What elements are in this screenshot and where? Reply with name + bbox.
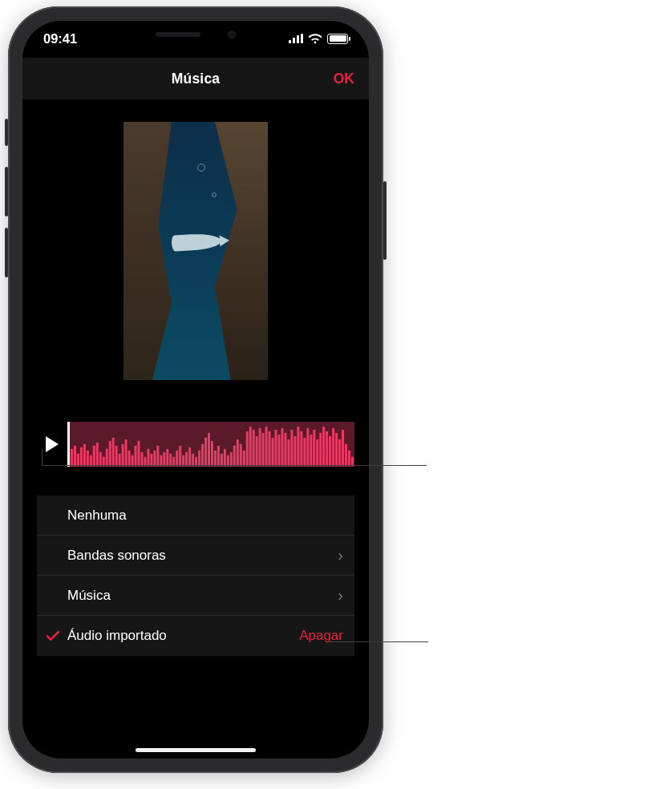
svg-rect-72	[297, 427, 299, 467]
svg-rect-70	[290, 430, 293, 467]
option-none-label: Nenhuma	[67, 508, 343, 524]
svg-rect-21	[135, 446, 137, 467]
svg-rect-84	[335, 433, 338, 467]
svg-rect-69	[287, 439, 289, 467]
home-indicator[interactable]	[136, 748, 256, 752]
video-thumbnail[interactable]	[123, 122, 268, 380]
svg-rect-28	[156, 446, 159, 467]
svg-rect-57	[249, 427, 252, 467]
svg-rect-31	[166, 449, 168, 467]
svg-rect-4	[80, 447, 83, 467]
svg-rect-22	[138, 441, 140, 467]
svg-rect-45	[211, 441, 213, 467]
svg-rect-61	[262, 433, 265, 467]
svg-rect-47	[217, 446, 220, 467]
svg-rect-23	[140, 452, 143, 467]
side-power-button	[383, 181, 387, 260]
option-music[interactable]: Música ›	[37, 576, 354, 616]
svg-rect-83	[332, 428, 334, 467]
svg-rect-44	[208, 433, 210, 467]
svg-rect-46	[214, 451, 217, 467]
volume-down-button	[5, 228, 8, 277]
svg-rect-37	[185, 452, 188, 467]
title-bar: Música OK	[22, 58, 369, 99]
notch	[103, 21, 288, 48]
cellular-signal-icon	[289, 34, 303, 43]
svg-rect-64	[272, 438, 274, 467]
svg-rect-34	[176, 451, 178, 467]
svg-rect-58	[253, 430, 255, 467]
svg-rect-35	[179, 446, 181, 467]
svg-rect-41	[198, 451, 200, 467]
done-button[interactable]: OK	[334, 58, 354, 99]
music-source-list: Nenhuma Bandas sonoras › Música › Áudio …	[37, 496, 354, 656]
svg-rect-17	[122, 444, 124, 467]
svg-rect-79	[319, 433, 322, 467]
svg-rect-56	[246, 431, 249, 467]
svg-rect-54	[240, 444, 242, 467]
svg-rect-49	[224, 449, 226, 467]
svg-rect-6	[87, 451, 89, 467]
svg-rect-27	[153, 451, 156, 467]
svg-rect-18	[125, 439, 128, 467]
volume-up-button	[5, 167, 8, 216]
svg-rect-51	[230, 452, 233, 467]
option-imported-audio-label: Áudio importado	[67, 628, 299, 644]
svg-rect-30	[163, 452, 165, 467]
svg-rect-66	[278, 435, 281, 467]
option-imported-audio[interactable]: Áudio importado Apagar	[37, 616, 354, 656]
svg-rect-5	[83, 444, 86, 467]
checkmark-icon	[45, 628, 61, 644]
svg-rect-12	[106, 449, 108, 467]
front-camera	[228, 30, 236, 38]
svg-rect-59	[256, 436, 258, 467]
svg-rect-15	[115, 446, 118, 467]
play-icon	[46, 436, 59, 452]
option-soundtracks-label: Bandas sonoras	[67, 548, 338, 564]
mute-switch	[5, 119, 8, 146]
svg-rect-9	[96, 443, 99, 467]
wifi-icon	[308, 34, 322, 44]
svg-rect-43	[204, 438, 207, 467]
svg-rect-2	[74, 446, 76, 467]
svg-rect-25	[147, 449, 149, 467]
earpiece	[156, 32, 200, 37]
option-soundtracks[interactable]: Bandas sonoras ›	[37, 536, 354, 576]
callout-line	[329, 641, 428, 642]
svg-rect-78	[316, 439, 318, 467]
svg-rect-38	[188, 447, 191, 467]
callout-line	[42, 449, 43, 465]
svg-rect-42	[201, 444, 204, 467]
option-music-label: Música	[67, 588, 338, 604]
svg-rect-67	[281, 428, 283, 467]
playhead-indicator[interactable]	[67, 422, 70, 467]
battery-icon	[327, 34, 348, 44]
status-time: 09:41	[43, 31, 77, 47]
svg-rect-82	[329, 436, 331, 467]
video-preview-area	[22, 99, 369, 403]
waveform-scrubber[interactable]	[67, 422, 354, 467]
svg-rect-55	[243, 451, 245, 467]
svg-rect-74	[303, 438, 306, 467]
svg-rect-65	[275, 430, 277, 467]
audio-timeline	[37, 422, 354, 467]
svg-rect-71	[293, 436, 296, 467]
callout-line	[42, 465, 427, 466]
option-none[interactable]: Nenhuma	[37, 496, 354, 536]
iphone-device-frame: 09:41 Música OK	[8, 6, 383, 773]
svg-rect-88	[348, 451, 350, 467]
svg-rect-14	[112, 438, 115, 467]
svg-rect-73	[300, 431, 302, 467]
page-title: Música	[172, 71, 221, 87]
svg-rect-77	[313, 430, 315, 467]
chevron-right-icon: ›	[338, 586, 343, 605]
svg-rect-1	[71, 449, 73, 467]
svg-rect-19	[128, 451, 131, 467]
svg-rect-52	[233, 446, 236, 467]
svg-rect-53	[237, 439, 239, 467]
chevron-right-icon: ›	[338, 546, 343, 564]
phone-screen: 09:41 Música OK	[22, 21, 369, 759]
svg-rect-80	[322, 427, 325, 467]
svg-rect-81	[326, 431, 328, 467]
svg-rect-68	[284, 433, 286, 467]
